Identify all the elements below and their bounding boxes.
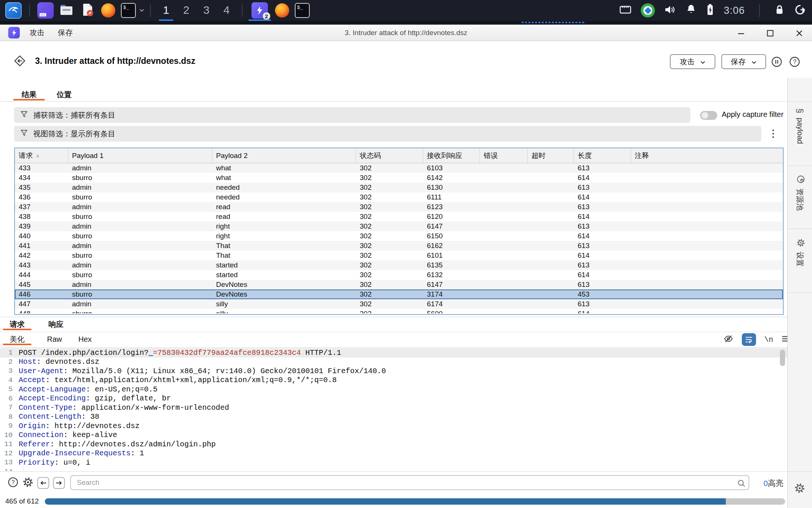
word-wrap-toggle-button[interactable] xyxy=(742,333,756,346)
terminal-launcher[interactable]: $_ xyxy=(121,3,136,18)
attack-progress-fill xyxy=(45,498,726,505)
view-filter-bar[interactable]: 视图筛选：显示所有条目 xyxy=(14,126,761,142)
table-row-445[interactable]: 445adminDevNotes3026147613 xyxy=(15,280,783,289)
table-row-436[interactable]: 436sburroneeded3026111614 xyxy=(15,192,783,202)
attack-progress-bar xyxy=(45,498,785,505)
firefox-window-button[interactable] xyxy=(274,2,290,19)
menu-save[interactable]: 保存 xyxy=(58,28,73,38)
chevron-down-icon xyxy=(700,58,706,66)
search-next-button[interactable] xyxy=(53,477,65,489)
table-row-441[interactable]: 441adminThat3026162613 xyxy=(15,241,783,251)
editor-scrollbar-thumb[interactable] xyxy=(780,350,785,366)
save-dropdown-button[interactable]: 保存 xyxy=(721,54,766,69)
burp-active-indicator xyxy=(249,19,271,21)
request-editor[interactable]: 1POST /index.php/action/login?_=75830432… xyxy=(0,348,787,471)
lock-screen-icon[interactable] xyxy=(774,4,785,17)
tab-raw[interactable]: Raw xyxy=(40,334,69,345)
tab-positions[interactable]: 位置 xyxy=(49,89,80,100)
table-row-435[interactable]: 435adminneeded3026130613 xyxy=(15,183,783,192)
table-row-439[interactable]: 439adminright3026147613 xyxy=(15,222,783,231)
table-row-444[interactable]: 444sburrostarted3026132614 xyxy=(15,270,783,280)
column-header-6[interactable]: 错误 xyxy=(480,148,528,163)
launcher-chevron-down-icon[interactable] xyxy=(139,7,145,14)
table-row-433[interactable]: 433adminwhat3026103613 xyxy=(15,163,783,173)
pause-attack-icon[interactable] xyxy=(771,56,783,69)
menu-attack[interactable]: 攻击 xyxy=(29,28,44,38)
terminal-icon: $_ xyxy=(122,4,129,10)
column-header-9[interactable]: 注释 xyxy=(631,148,783,163)
sidebar-bottom-gear-icon[interactable] xyxy=(794,483,805,495)
file-manager-launcher[interactable] xyxy=(58,2,75,19)
workspace-4[interactable]: 4 xyxy=(216,0,237,21)
search-magnifier-icon[interactable] xyxy=(737,478,746,490)
table-row-434[interactable]: 434sburrowhat3026142614 xyxy=(15,173,783,183)
sidebar-divider xyxy=(788,229,812,229)
search-input[interactable] xyxy=(70,475,749,490)
table-row-448[interactable]: 448sburrosilly3025600614 xyxy=(15,309,783,313)
table-row-443[interactable]: 443adminstarted3026135613 xyxy=(15,260,783,270)
apply-capture-filter-toggle[interactable] xyxy=(700,111,717,120)
table-row-446[interactable]: 446sburroDevNotes3023174453 xyxy=(15,289,783,299)
kali-menu-button[interactable] xyxy=(5,2,22,19)
funnel-icon xyxy=(20,129,28,139)
table-cell: silly xyxy=(212,300,356,308)
column-label: 注释 xyxy=(635,151,649,161)
editor-toolbar: \n xyxy=(723,333,790,346)
table-row-437[interactable]: 437adminread3026123613 xyxy=(15,202,783,212)
table-row-447[interactable]: 447adminsilly3026174613 xyxy=(15,299,783,309)
column-header-3[interactable]: Payload 2 xyxy=(212,148,356,163)
battery-charging-icon[interactable] xyxy=(706,3,715,18)
minimize-button[interactable] xyxy=(737,29,746,38)
attack-dropdown-button[interactable]: 攻击 xyxy=(670,54,715,69)
workspace-1[interactable]: 1 xyxy=(156,0,176,21)
column-header-8[interactable]: 长度 xyxy=(574,148,631,163)
table-row-440[interactable]: 440sburroright3026150614 xyxy=(15,231,783,241)
newline-toggle-icon[interactable]: \n xyxy=(764,335,773,344)
search-settings-gear-icon[interactable] xyxy=(22,477,34,489)
workspace-3[interactable]: 3 xyxy=(196,0,216,21)
table-row-442[interactable]: 442sburroThat3026101614 xyxy=(15,251,783,260)
table-cell: DevNotes xyxy=(212,281,356,289)
sidebar-tab-settings[interactable]: 设置 xyxy=(794,238,805,267)
tab-response[interactable]: 响应 xyxy=(42,319,70,330)
logout-power-icon[interactable] xyxy=(794,4,806,17)
dock-settings-launcher[interactable] xyxy=(37,2,54,19)
workspace-2[interactable]: 2 xyxy=(176,0,196,21)
column-header-2[interactable]: Payload 1 xyxy=(68,148,212,163)
table-row-438[interactable]: 438sburroread3026120614 xyxy=(15,212,783,222)
volume-tray-icon[interactable] xyxy=(664,4,677,17)
tab-hex[interactable]: Hex xyxy=(72,334,99,345)
text-editor-launcher[interactable] xyxy=(79,2,96,19)
search-help-icon[interactable]: ? xyxy=(7,477,19,489)
tab-request[interactable]: 请求 xyxy=(3,319,31,330)
column-header-5[interactable]: 接收到响应 xyxy=(423,148,480,163)
back-button[interactable] xyxy=(13,55,26,69)
table-cell: admin xyxy=(68,261,212,269)
column-header-4[interactable]: 状态码 xyxy=(356,148,423,163)
firefox-launcher[interactable] xyxy=(100,2,116,19)
table-options-kebab-icon[interactable] xyxy=(769,127,777,140)
tab-pretty[interactable]: 美化 xyxy=(3,334,31,345)
maximize-button[interactable] xyxy=(766,29,775,38)
results-table[interactable]: 请求∧Payload 1Payload 2状态码接收到响应错误超时长度注释 43… xyxy=(14,148,784,315)
sidebar-tab-payload[interactable]: § payload xyxy=(795,108,805,144)
column-header-1[interactable]: 请求∧ xyxy=(15,148,68,163)
search-previous-button[interactable] xyxy=(37,477,49,489)
terminal-window-button[interactable]: $_ xyxy=(295,3,310,18)
line-number: 2 xyxy=(0,358,19,366)
window-titlebar[interactable]: 攻击 保存 3. Intruder attack of http://devno… xyxy=(0,24,812,41)
table-cell: sburro xyxy=(68,310,212,313)
clock[interactable]: 3:06 xyxy=(724,5,745,16)
help-icon[interactable]: ? xyxy=(789,56,800,69)
hide-nonprintable-icon[interactable] xyxy=(723,334,734,345)
capture-filter-bar[interactable]: 捕获筛选：捕获所有条目 xyxy=(14,107,690,123)
display-tray-icon[interactable] xyxy=(619,4,632,17)
tab-results[interactable]: 结果 xyxy=(13,89,45,100)
zap-proxy-tray-icon[interactable] xyxy=(641,3,655,18)
panel-splitter[interactable] xyxy=(0,317,787,317)
close-button[interactable] xyxy=(795,29,804,38)
burp-window-button[interactable]: 2 xyxy=(248,0,272,21)
column-header-7[interactable]: 超时 xyxy=(528,148,574,163)
notification-bell-icon[interactable] xyxy=(685,4,697,17)
sidebar-tab-resource-pool[interactable]: 资源池 xyxy=(794,175,805,211)
